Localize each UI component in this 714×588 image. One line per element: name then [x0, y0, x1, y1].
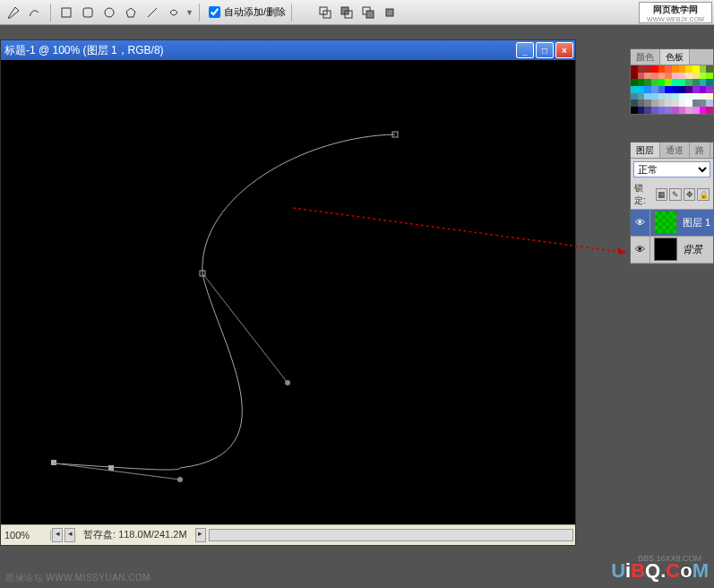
path-op-4-icon[interactable]	[380, 3, 400, 22]
color-swatch[interactable]	[685, 86, 692, 93]
color-swatch[interactable]	[665, 86, 672, 93]
color-swatch[interactable]	[692, 86, 700, 93]
color-swatch[interactable]	[631, 79, 638, 86]
color-swatch[interactable]	[706, 93, 713, 100]
auto-add-delete-checkbox[interactable]: 自动添加/删除	[209, 5, 286, 19]
color-swatch[interactable]	[631, 65, 638, 73]
color-swatch[interactable]	[651, 65, 658, 73]
color-swatch[interactable]	[644, 73, 651, 80]
freeform-pen-icon[interactable]	[25, 3, 45, 22]
color-swatch[interactable]	[651, 93, 658, 100]
color-swatch[interactable]	[638, 107, 645, 114]
color-swatch[interactable]	[638, 99, 645, 107]
layer-visibility-icon[interactable]: 👁	[631, 209, 650, 236]
tab-swatches[interactable]: 色板	[660, 49, 690, 65]
color-swatch[interactable]	[644, 99, 651, 107]
path-op-3-icon[interactable]	[358, 3, 378, 22]
layer-row[interactable]: 👁图层 1	[631, 210, 713, 237]
color-swatch[interactable]	[644, 86, 651, 93]
shape-ellipse-icon[interactable]	[99, 3, 119, 22]
color-swatch[interactable]	[631, 99, 638, 107]
layer-name[interactable]: 图层 1	[681, 216, 710, 229]
color-swatch[interactable]	[638, 73, 645, 80]
close-button[interactable]: ×	[555, 42, 573, 58]
color-swatch[interactable]	[672, 86, 679, 93]
path-op-1-icon[interactable]	[315, 3, 335, 22]
color-swatch[interactable]	[672, 79, 679, 86]
color-swatch[interactable]	[672, 107, 679, 114]
color-swatch[interactable]	[665, 65, 672, 73]
color-swatch[interactable]	[672, 99, 679, 107]
color-swatch[interactable]	[651, 99, 658, 107]
color-swatch[interactable]	[651, 79, 658, 86]
shape-dropdown-icon[interactable]: ▼	[185, 8, 194, 17]
color-swatch[interactable]	[658, 86, 666, 93]
layer-thumbnail[interactable]	[654, 238, 677, 261]
status-scrollbar[interactable]	[209, 529, 573, 541]
status-nav-first-icon[interactable]: ◂	[52, 528, 63, 542]
color-swatch[interactable]	[665, 93, 672, 100]
color-swatch[interactable]	[706, 73, 713, 80]
color-swatch[interactable]	[631, 86, 638, 93]
color-swatch[interactable]	[692, 65, 700, 73]
color-swatch[interactable]	[700, 65, 707, 73]
color-swatch[interactable]	[700, 93, 707, 100]
color-swatch[interactable]	[685, 107, 692, 114]
color-swatch[interactable]	[685, 65, 692, 73]
tab-channels[interactable]: 通道	[660, 143, 690, 158]
minimize-button[interactable]: _	[516, 42, 534, 58]
color-swatch[interactable]	[665, 79, 672, 86]
color-swatch[interactable]	[685, 99, 692, 107]
color-swatch[interactable]	[679, 86, 686, 93]
canvas[interactable]	[1, 60, 575, 524]
shape-roundrect-icon[interactable]	[78, 3, 98, 22]
layer-thumbnail[interactable]	[654, 211, 677, 234]
color-swatch[interactable]	[679, 99, 686, 107]
color-swatch[interactable]	[700, 73, 707, 80]
pen-tool-icon[interactable]	[4, 3, 23, 22]
color-swatch[interactable]	[679, 73, 686, 80]
color-swatch[interactable]	[700, 99, 707, 107]
color-swatch[interactable]	[665, 73, 672, 80]
tab-paths[interactable]: 路	[690, 143, 710, 158]
tab-layers[interactable]: 图层	[631, 143, 660, 158]
color-swatch[interactable]	[679, 93, 686, 100]
layer-visibility-icon[interactable]: 👁	[631, 236, 650, 263]
shape-custom-icon[interactable]	[164, 3, 184, 22]
color-swatch[interactable]	[706, 79, 713, 86]
color-swatch[interactable]	[658, 99, 666, 107]
color-swatch[interactable]	[700, 86, 707, 93]
color-swatch[interactable]	[706, 86, 713, 93]
color-swatch[interactable]	[700, 79, 707, 86]
shape-rect-icon[interactable]	[56, 3, 76, 22]
shape-line-icon[interactable]	[142, 3, 162, 22]
status-nav-next-icon[interactable]: ▸	[195, 528, 206, 542]
color-swatch[interactable]	[679, 79, 686, 86]
window-titlebar[interactable]: 标题-1 @ 100% (图层 1，RGB/8) _ □ ×	[1, 40, 575, 60]
color-swatch[interactable]	[644, 79, 651, 86]
color-swatch[interactable]	[638, 93, 645, 100]
lock-pixels-icon[interactable]: ✎	[669, 188, 682, 201]
color-swatch[interactable]	[644, 65, 651, 73]
color-swatch[interactable]	[700, 107, 707, 114]
color-swatch[interactable]	[706, 65, 713, 73]
color-swatch[interactable]	[679, 107, 686, 114]
color-swatch[interactable]	[638, 79, 645, 86]
color-swatch[interactable]	[685, 73, 692, 80]
color-swatch[interactable]	[665, 107, 672, 114]
color-swatch[interactable]	[638, 65, 645, 73]
color-swatch[interactable]	[638, 86, 645, 93]
color-swatch[interactable]	[658, 65, 666, 73]
shape-polygon-icon[interactable]	[121, 3, 141, 22]
status-nav-prev-icon[interactable]: ◂	[65, 528, 75, 542]
auto-add-delete-input[interactable]	[209, 6, 220, 18]
color-swatch[interactable]	[706, 99, 713, 107]
color-swatch[interactable]	[692, 99, 700, 107]
color-swatch[interactable]	[685, 79, 692, 86]
color-swatch[interactable]	[631, 93, 638, 100]
color-swatch[interactable]	[692, 73, 700, 80]
blend-mode-select[interactable]: 正常	[633, 161, 710, 177]
color-swatch[interactable]	[658, 107, 666, 114]
color-swatch[interactable]	[631, 73, 638, 80]
maximize-button[interactable]: □	[536, 42, 554, 58]
